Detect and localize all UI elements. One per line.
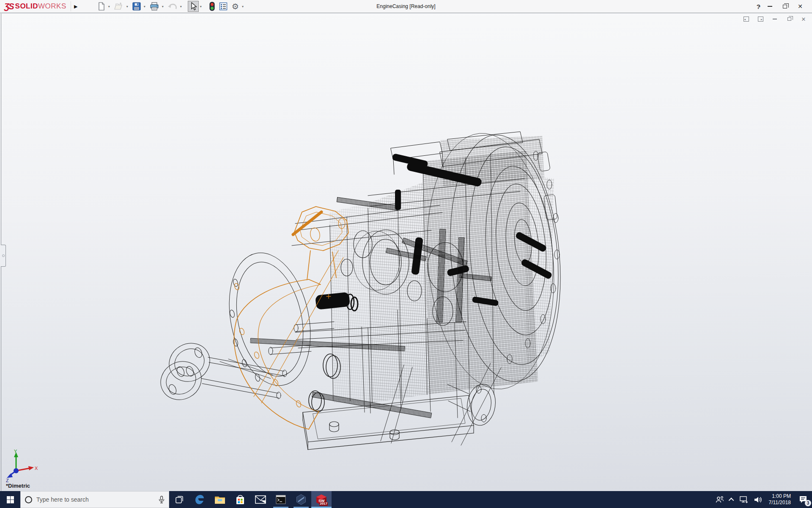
tab-pin-icon — [2, 254, 5, 257]
people-button[interactable] — [713, 491, 727, 508]
dassault-logo-icon: ƷS — [4, 2, 14, 11]
start-button[interactable] — [0, 491, 20, 508]
notification-badge: 3 — [805, 500, 811, 506]
taskbar-item-edge[interactable] — [189, 491, 210, 508]
open-caret[interactable]: ▾ — [126, 5, 130, 8]
volume-button[interactable] — [751, 491, 765, 508]
task-view-button[interactable] — [169, 491, 189, 508]
doc-restore-button[interactable] — [785, 15, 793, 23]
network-button[interactable] — [737, 491, 751, 508]
people-icon — [716, 496, 724, 503]
brand-works-text: WORKS — [38, 2, 66, 11]
left-flange — [218, 245, 334, 393]
clock-date: 7/11/2018 — [769, 500, 791, 506]
pane-right-icon: ▸ — [758, 17, 763, 22]
windows-logo-icon — [7, 496, 14, 503]
file-properties-icon — [219, 2, 228, 11]
new-document-caret[interactable]: ▾ — [108, 5, 112, 8]
edge-icon — [195, 494, 205, 505]
volume-icon — [754, 496, 763, 503]
taskbar-item-mail[interactable] — [250, 491, 271, 508]
network-icon — [740, 496, 748, 503]
doc-minimize-icon — [773, 19, 777, 19]
new-document-button[interactable] — [96, 1, 107, 12]
coordinate-triad: Y X Z — [3, 449, 39, 483]
open-folder-icon — [114, 3, 123, 10]
select-tool-caret[interactable]: ▾ — [200, 5, 203, 8]
base-plate — [303, 395, 474, 450]
open-button[interactable] — [112, 1, 125, 12]
doc-minimize-button[interactable] — [771, 15, 779, 23]
file-properties-button[interactable] — [217, 1, 229, 12]
close-button[interactable]: ✕ — [794, 2, 806, 11]
minimize-icon — [768, 6, 772, 7]
print-icon — [150, 2, 159, 11]
solidworks-icon: SW 2017 — [316, 494, 327, 505]
task-view-icon — [176, 496, 183, 503]
save-button[interactable] — [131, 1, 143, 12]
system-tray: 1:00 PM 7/11/2018 3 — [713, 491, 812, 508]
minimize-button[interactable] — [764, 2, 776, 11]
titlebar: ƷS SOLIDWORKS ▶ ▾ ▾ — [0, 0, 812, 13]
restore-icon — [783, 5, 787, 8]
pane-left-button[interactable]: ◂ — [742, 15, 750, 23]
quick-access-toolbar: ▾ ▾ ▾ — [96, 1, 245, 12]
options-button[interactable]: ⚙ — [230, 1, 241, 12]
chevron-up-icon — [728, 497, 734, 503]
undo-button[interactable] — [166, 1, 179, 12]
window-controls: ? ▾ ✕ — [757, 2, 812, 11]
options-caret[interactable]: ▾ — [241, 5, 245, 8]
orientation-label: *Dimetric — [6, 483, 30, 489]
mail-icon — [255, 495, 266, 504]
triad-y-label: Y — [14, 449, 17, 454]
help-button[interactable]: ? ▾ — [757, 2, 760, 11]
help-caret[interactable]: ▾ — [759, 5, 760, 8]
print-button[interactable] — [148, 1, 161, 12]
close-icon: ✕ — [798, 3, 803, 10]
restore-button[interactable] — [779, 2, 791, 11]
left-mount-arms — [154, 336, 287, 407]
save-caret[interactable]: ▾ — [143, 5, 147, 8]
taskbar-clock[interactable]: 1:00 PM 7/11/2018 — [765, 493, 795, 506]
select-tool-button[interactable] — [188, 1, 199, 12]
microphone-icon[interactable] — [159, 496, 165, 503]
menu-flyout-arrow[interactable]: ▶ — [71, 1, 77, 11]
taskbar-search[interactable] — [20, 491, 169, 508]
hidden-icons-button[interactable] — [727, 491, 737, 508]
solidworks-logo: ƷS SOLIDWORKS — [0, 0, 70, 13]
action-center-button[interactable]: 3 — [794, 491, 812, 508]
solidworks-year-label: 2017 — [319, 502, 328, 506]
taskbar-item-file-explorer[interactable] — [210, 491, 230, 508]
options-gear-icon: ⚙ — [232, 3, 239, 11]
taskbar-item-command-prompt[interactable] — [271, 491, 291, 508]
graphics-area[interactable]: ◂ ▸ ✕ Y X Z *Dimetric — [0, 14, 812, 491]
pane-right-button[interactable]: ▸ — [756, 15, 765, 23]
wireframe-model — [0, 14, 812, 491]
undo-caret[interactable]: ▾ — [180, 5, 184, 8]
undo-arrow-icon — [168, 3, 177, 10]
command-prompt-icon — [276, 495, 286, 504]
cortana-icon — [25, 496, 32, 503]
print-caret[interactable]: ▾ — [162, 5, 165, 8]
search-input[interactable] — [36, 496, 154, 503]
pane-left-icon: ◂ — [743, 17, 749, 22]
taskbar-item-store[interactable] — [230, 491, 250, 508]
doc-restore-icon — [787, 17, 791, 21]
doc-close-icon: ✕ — [801, 16, 806, 22]
select-cursor-icon — [189, 2, 197, 11]
taskbar: SW 2017 — [0, 491, 812, 508]
feature-manager-collapsed-tab[interactable] — [1, 245, 6, 267]
file-explorer-icon — [214, 495, 225, 504]
triad-x-label: X — [35, 466, 38, 471]
new-document-icon — [98, 2, 105, 11]
clock-time: 1:00 PM — [769, 493, 791, 500]
hexagon-app-icon — [296, 494, 307, 505]
store-icon — [236, 494, 245, 505]
doc-close-button[interactable]: ✕ — [799, 15, 808, 23]
taskbar-item-solidworks[interactable]: SW 2017 — [311, 491, 332, 508]
triad-z-label: Z — [6, 478, 9, 483]
brand-solid-text: SOLID — [15, 2, 38, 11]
rebuild-traffic-light-icon — [209, 2, 215, 11]
taskbar-item-hexagon-app[interactable] — [291, 491, 311, 508]
rebuild-button[interactable] — [208, 1, 217, 12]
